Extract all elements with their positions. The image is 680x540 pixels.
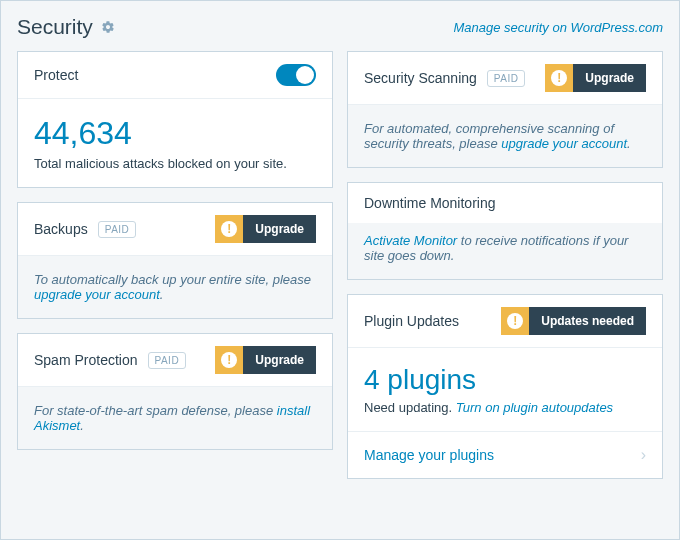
spam-card: Spam Protection PAID ! Upgrade For state… — [17, 333, 333, 450]
gear-icon[interactable] — [101, 20, 115, 34]
downtime-title: Downtime Monitoring — [364, 195, 496, 211]
backups-text-suffix: . — [160, 287, 164, 302]
backups-paid-badge: PAID — [98, 221, 137, 238]
manage-plugins-link[interactable]: Manage your plugins — [364, 447, 494, 463]
page-title: Security — [17, 15, 93, 39]
scanning-upgrade-button[interactable]: ! Upgrade — [545, 64, 646, 92]
backups-header-left: Backups PAID — [34, 221, 136, 238]
downtime-card: Downtime Monitoring Activate Monitor to … — [347, 182, 663, 280]
backups-body: To automatically back up your entire sit… — [18, 256, 332, 318]
scanning-paid-badge: PAID — [487, 70, 526, 87]
plugins-footer[interactable]: Manage your plugins › — [348, 431, 662, 478]
spam-header-left: Spam Protection PAID — [34, 352, 186, 369]
protect-card: Protect 44,634 Total malicious attacks b… — [17, 51, 333, 188]
security-page: Security Manage security on WordPress.co… — [0, 0, 680, 540]
protect-header: Protect — [18, 52, 332, 99]
scanning-body: For automated, comprehensive scanning of… — [348, 105, 662, 167]
downtime-body: Activate Monitor to receive notification… — [348, 223, 662, 279]
spam-text-suffix: . — [80, 418, 84, 433]
spam-paid-badge: PAID — [148, 352, 187, 369]
backups-upgrade-label: Upgrade — [243, 222, 316, 236]
backups-upgrade-button[interactable]: ! Upgrade — [215, 215, 316, 243]
plugins-header: Plugin Updates ! Updates needed — [348, 295, 662, 348]
warning-icon: ! — [215, 346, 243, 374]
page-header: Security Manage security on WordPress.co… — [17, 15, 663, 39]
scanning-upgrade-label: Upgrade — [573, 71, 646, 85]
plugins-caption-prefix: Need updating. — [364, 400, 456, 415]
updates-needed-label: Updates needed — [529, 314, 646, 328]
left-column: Protect 44,634 Total malicious attacks b… — [17, 51, 333, 479]
backups-upgrade-link[interactable]: upgrade your account — [34, 287, 160, 302]
scanning-header-left: Security Scanning PAID — [364, 70, 525, 87]
updates-needed-button[interactable]: ! Updates needed — [501, 307, 646, 335]
plugins-card: Plugin Updates ! Updates needed 4 plugin… — [347, 294, 663, 479]
activate-monitor-link[interactable]: Activate Monitor — [364, 233, 457, 248]
spam-header: Spam Protection PAID ! Upgrade — [18, 334, 332, 387]
scanning-header: Security Scanning PAID ! Upgrade — [348, 52, 662, 105]
header-left: Security — [17, 15, 115, 39]
plugins-body: 4 plugins Need updating. Turn on plugin … — [348, 348, 662, 431]
backups-header: Backups PAID ! Upgrade — [18, 203, 332, 256]
protect-toggle[interactable] — [276, 64, 316, 86]
backups-card: Backups PAID ! Upgrade To automatically … — [17, 202, 333, 319]
attacks-count: 44,634 — [34, 115, 316, 152]
columns: Protect 44,634 Total malicious attacks b… — [17, 51, 663, 479]
spam-upgrade-label: Upgrade — [243, 353, 316, 367]
warning-icon: ! — [545, 64, 573, 92]
protect-title: Protect — [34, 67, 78, 83]
scanning-card: Security Scanning PAID ! Upgrade For aut… — [347, 51, 663, 168]
warning-icon: ! — [501, 307, 529, 335]
scanning-upgrade-link[interactable]: upgrade your account — [501, 136, 627, 151]
backups-text-prefix: To automatically back up your entire sit… — [34, 272, 311, 287]
attacks-caption: Total malicious attacks blocked on your … — [34, 156, 316, 171]
backups-title: Backups — [34, 221, 88, 237]
plugins-caption: Need updating. Turn on plugin autoupdate… — [364, 400, 646, 415]
warning-icon: ! — [215, 215, 243, 243]
scanning-text-suffix: . — [627, 136, 631, 151]
spam-title: Spam Protection — [34, 352, 138, 368]
protect-body: 44,634 Total malicious attacks blocked o… — [18, 99, 332, 187]
manage-security-link[interactable]: Manage security on WordPress.com — [453, 20, 663, 35]
scanning-title: Security Scanning — [364, 70, 477, 86]
right-column: Security Scanning PAID ! Upgrade For aut… — [347, 51, 663, 479]
downtime-header: Downtime Monitoring — [348, 183, 662, 223]
spam-text-prefix: For state-of-the-art spam defense, pleas… — [34, 403, 277, 418]
plugins-title: Plugin Updates — [364, 313, 459, 329]
autoupdates-link[interactable]: Turn on plugin autoupdates — [456, 400, 613, 415]
spam-upgrade-button[interactable]: ! Upgrade — [215, 346, 316, 374]
chevron-right-icon: › — [641, 446, 646, 464]
plugins-count: 4 plugins — [364, 364, 646, 396]
spam-body: For state-of-the-art spam defense, pleas… — [18, 387, 332, 449]
